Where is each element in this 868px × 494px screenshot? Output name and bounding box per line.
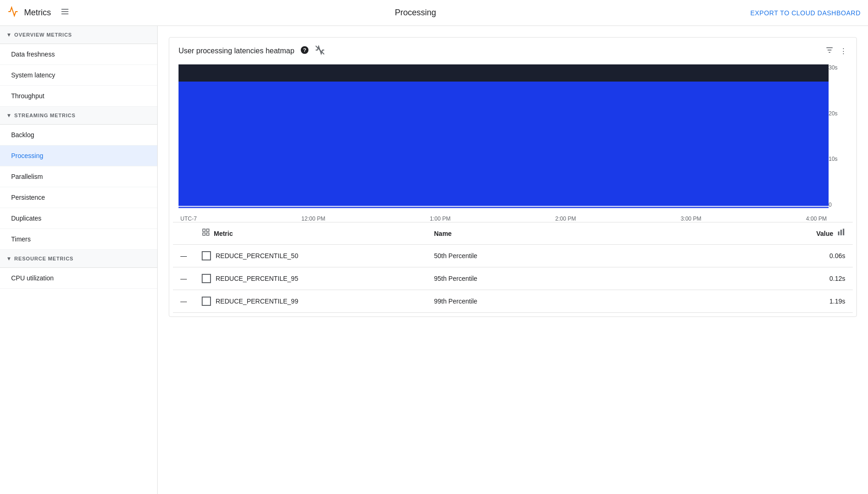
chevron-down-icon: ▾ xyxy=(7,32,11,38)
sidebar-item-system-latency[interactable]: System latency xyxy=(0,65,157,86)
sidebar-item-duplicates[interactable]: Duplicates xyxy=(0,208,157,229)
sidebar: ▾ OVERVIEW METRICS Data freshness System… xyxy=(0,26,158,494)
th-metric: Metric xyxy=(194,222,427,245)
x-label-1pm: 1:00 PM xyxy=(430,215,451,222)
y-label-10s: 10s xyxy=(829,156,837,162)
svg-rect-9 xyxy=(203,229,205,231)
svg-rect-14 xyxy=(841,230,842,235)
sidebar-item-throughput[interactable]: Throughput xyxy=(0,86,157,107)
x-label-utc7: UTC-7 xyxy=(180,215,197,222)
export-to-cloud-button[interactable]: EXPORT TO CLOUD DASHBOARD xyxy=(750,9,861,17)
grid-icon xyxy=(202,228,210,239)
y-label-30s: 30s xyxy=(829,64,837,71)
th-dash xyxy=(173,222,194,245)
sidebar-item-persistence[interactable]: Persistence xyxy=(0,187,157,208)
card-actions: ⋮ xyxy=(825,45,847,57)
heatmap-container: UTC-7 12:00 PM 1:00 PM 2:00 PM 3:00 PM 4… xyxy=(169,64,856,222)
x-label-2pm: 2:00 PM xyxy=(555,215,576,222)
app-title: Metrics xyxy=(24,8,51,18)
metrics-table-container: Metric Name Value xyxy=(169,222,856,317)
th-name: Name xyxy=(427,222,656,245)
row-dash-p99: — xyxy=(173,290,194,313)
svg-rect-15 xyxy=(843,229,844,235)
heatmap-y-axis: 30s 20s 10s 0 xyxy=(829,64,847,222)
x-label-12pm: 12:00 PM xyxy=(301,215,325,222)
header-left: Metrics xyxy=(7,6,70,19)
sidebar-item-processing[interactable]: Processing xyxy=(0,146,157,166)
card-title: User processing latencies heatmap xyxy=(179,47,294,55)
svg-text:?: ? xyxy=(303,47,306,53)
x-label-3pm: 3:00 PM xyxy=(681,215,702,222)
row-value-p95: 0.12s xyxy=(656,267,853,290)
heatmap-chart: UTC-7 12:00 PM 1:00 PM 2:00 PM 3:00 PM 4… xyxy=(179,64,829,222)
heatmap-baseline xyxy=(179,206,829,207)
help-icon[interactable]: ? xyxy=(300,45,309,57)
row-name-p50: 50th Percentile xyxy=(427,245,656,267)
sidebar-section-streaming-label: STREAMING METRICS xyxy=(14,113,76,118)
y-label-0: 0 xyxy=(829,202,832,208)
filter-icon[interactable] xyxy=(825,45,834,57)
heatmap-background xyxy=(179,64,829,208)
x-label-4pm: 4:00 PM xyxy=(806,215,827,222)
row-dash-p50: — xyxy=(173,245,194,267)
row-dash-p95: — xyxy=(173,267,194,290)
chevron-down-icon: ▾ xyxy=(7,255,11,262)
top-header: Metrics Processing EXPORT TO CLOUD DASHB… xyxy=(0,0,868,26)
svg-rect-11 xyxy=(203,233,205,235)
main-layout: ▾ OVERVIEW METRICS Data freshness System… xyxy=(0,26,868,494)
sidebar-item-data-freshness[interactable]: Data freshness xyxy=(0,44,157,65)
sidebar-section-overview-label: OVERVIEW METRICS xyxy=(14,32,72,38)
page-title: Processing xyxy=(395,8,436,18)
heatmap-card: User processing latencies heatmap ? xyxy=(169,37,857,317)
card-title-area: User processing latencies heatmap ? xyxy=(179,45,325,57)
sidebar-section-overview[interactable]: ▾ OVERVIEW METRICS xyxy=(0,26,157,44)
svg-rect-10 xyxy=(207,229,209,231)
sidebar-collapse-button[interactable] xyxy=(60,7,70,19)
sidebar-item-parallelism[interactable]: Parallelism xyxy=(0,166,157,187)
card-header: User processing latencies heatmap ? xyxy=(169,38,856,64)
row-checkbox-p99[interactable] xyxy=(202,297,211,306)
sidebar-item-cpu-utilization[interactable]: CPU utilization xyxy=(0,268,157,289)
row-checkbox-p50[interactable] xyxy=(202,251,211,260)
row-checkbox-p95[interactable] xyxy=(202,274,211,283)
row-value-p99: 1.19s xyxy=(656,290,853,313)
svg-rect-13 xyxy=(838,232,839,235)
sidebar-item-backlog[interactable]: Backlog xyxy=(0,125,157,146)
sidebar-section-streaming[interactable]: ▾ STREAMING METRICS xyxy=(0,107,157,125)
heatmap-chart-area: UTC-7 12:00 PM 1:00 PM 2:00 PM 3:00 PM 4… xyxy=(179,64,847,222)
row-metric-p99: REDUCE_PERCENTILE_99 xyxy=(194,290,427,313)
sidebar-section-resource[interactable]: ▾ RESOURCE METRICS xyxy=(0,250,157,268)
row-metric-p95: REDUCE_PERCENTILE_95 xyxy=(194,267,427,290)
chevron-down-icon: ▾ xyxy=(7,112,11,119)
sidebar-item-timers[interactable]: Timers xyxy=(0,229,157,250)
no-chart-icon[interactable] xyxy=(315,45,325,57)
table-header-row: Metric Name Value xyxy=(173,222,853,245)
metrics-logo-icon xyxy=(7,6,19,19)
more-options-icon[interactable]: ⋮ xyxy=(840,47,847,56)
table-row: — REDUCE_PERCENTILE_95 95th Percentile 0… xyxy=(173,267,853,290)
table-row: — REDUCE_PERCENTILE_99 99th Percentile 1… xyxy=(173,290,853,313)
th-value: Value xyxy=(656,222,853,245)
row-name-p99: 99th Percentile xyxy=(427,290,656,313)
sidebar-section-resource-label: RESOURCE METRICS xyxy=(14,256,74,261)
content-area: User processing latencies heatmap ? xyxy=(158,26,868,494)
svg-rect-12 xyxy=(207,233,209,235)
row-name-p95: 95th Percentile xyxy=(427,267,656,290)
bar-chart-icon[interactable] xyxy=(837,228,845,239)
row-value-p50: 0.06s xyxy=(656,245,853,267)
row-metric-p50: REDUCE_PERCENTILE_50 xyxy=(194,245,427,267)
metrics-table: Metric Name Value xyxy=(173,222,853,313)
table-row: — REDUCE_PERCENTILE_50 50th Percentile 0… xyxy=(173,245,853,267)
y-label-20s: 20s xyxy=(829,110,837,117)
